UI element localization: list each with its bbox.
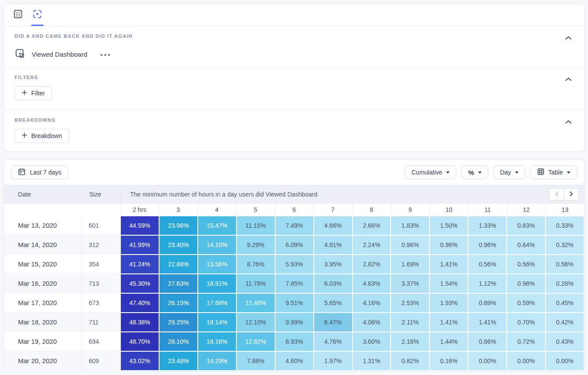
- chart-mode-dropdown[interactable]: Cumulative: [405, 165, 456, 179]
- heatmap-cell[interactable]: 13.56%: [198, 255, 236, 274]
- heatmap-cell[interactable]: 44.59%: [120, 216, 159, 235]
- heatmap-cell[interactable]: 0.89%: [468, 293, 507, 313]
- heatmap-cell[interactable]: 17.68%: [198, 293, 236, 313]
- heatmap-cell[interactable]: 0.86%: [468, 332, 507, 351]
- heatmap-cell[interactable]: 4.81%: [314, 235, 352, 255]
- heatmap-cell[interactable]: 5.93%: [275, 255, 314, 274]
- heatmap-cell[interactable]: 0.00%: [545, 351, 584, 371]
- pager-next-button[interactable]: [564, 188, 579, 200]
- heatmap-cell[interactable]: 1.44%: [429, 332, 468, 351]
- heatmap-cell[interactable]: 8.76%: [236, 255, 275, 274]
- step-collapse-button[interactable]: [563, 32, 574, 44]
- tab-focus[interactable]: [30, 4, 44, 25]
- heatmap-cell[interactable]: 12.48%: [236, 293, 275, 313]
- heatmap-cell[interactable]: 0.82%: [391, 351, 429, 371]
- heatmap-cell[interactable]: 28.10%: [159, 332, 198, 351]
- heatmap-cell[interactable]: 0.56%: [507, 255, 545, 274]
- interval-dropdown[interactable]: Day: [494, 165, 525, 179]
- heatmap-cell[interactable]: 0.16%: [429, 351, 468, 371]
- heatmap-cell[interactable]: 43.02%: [120, 351, 159, 371]
- heatmap-cell[interactable]: 0.00%: [507, 351, 545, 371]
- heatmap-cell[interactable]: 6.47%: [314, 313, 352, 332]
- heatmap-cell[interactable]: 9.51%: [275, 293, 314, 313]
- heatmap-cell[interactable]: 0.45%: [545, 293, 584, 313]
- heatmap-cell[interactable]: 18.16%: [198, 332, 236, 351]
- heatmap-cell[interactable]: 5.65%: [314, 293, 352, 313]
- heatmap-cell[interactable]: 0.28%: [545, 274, 584, 293]
- heatmap-cell[interactable]: 4.76%: [314, 332, 352, 351]
- heatmap-cell[interactable]: 0.96%: [468, 235, 507, 255]
- heatmap-cell[interactable]: 4.08%: [352, 313, 391, 332]
- heatmap-cell[interactable]: 0.59%: [507, 293, 545, 313]
- heatmap-cell[interactable]: 9.29%: [236, 235, 275, 255]
- heatmap-cell[interactable]: 0.00%: [468, 351, 507, 371]
- heatmap-cell[interactable]: 0.56%: [545, 255, 584, 274]
- heatmap-cell[interactable]: 2.24%: [352, 235, 391, 255]
- heatmap-cell[interactable]: 12.10%: [236, 313, 275, 332]
- heatmap-cell[interactable]: 22.88%: [159, 255, 198, 274]
- heatmap-cell[interactable]: 6.09%: [275, 235, 314, 255]
- heatmap-cell[interactable]: 1.33%: [468, 216, 507, 235]
- heatmap-cell[interactable]: 1.69%: [391, 255, 429, 274]
- heatmap-cell[interactable]: 1.41%: [429, 255, 468, 274]
- heatmap-cell[interactable]: 3.95%: [314, 255, 352, 274]
- heatmap-cell[interactable]: 23.48%: [159, 351, 198, 371]
- heatmap-cell[interactable]: 41.99%: [120, 235, 159, 255]
- heatmap-cell[interactable]: 29.25%: [159, 313, 198, 332]
- heatmap-cell[interactable]: 0.42%: [545, 313, 584, 332]
- heatmap-cell[interactable]: 23.40%: [159, 235, 198, 255]
- heatmap-cell[interactable]: 8.93%: [275, 332, 314, 351]
- heatmap-cell[interactable]: 0.83%: [507, 216, 545, 235]
- heatmap-cell[interactable]: 1.97%: [314, 351, 352, 371]
- heatmap-cell[interactable]: 1.31%: [352, 351, 391, 371]
- heatmap-cell[interactable]: 45.30%: [120, 274, 159, 293]
- heatmap-cell[interactable]: 0.96%: [429, 235, 468, 255]
- heatmap-cell[interactable]: 47.40%: [120, 293, 159, 313]
- heatmap-cell[interactable]: 14.10%: [198, 235, 236, 255]
- heatmap-cell[interactable]: 48.70%: [120, 332, 159, 351]
- add-filter-button[interactable]: Filter: [15, 86, 52, 100]
- heatmap-cell[interactable]: 4.63%: [352, 274, 391, 293]
- filters-collapse-button[interactable]: [563, 73, 574, 85]
- heatmap-cell[interactable]: 1.93%: [429, 293, 468, 313]
- heatmap-cell[interactable]: 0.98%: [507, 274, 545, 293]
- heatmap-cell[interactable]: 0.33%: [545, 216, 584, 235]
- heatmap-cell[interactable]: 0.72%: [507, 332, 545, 351]
- heatmap-cell[interactable]: 23.96%: [159, 216, 198, 235]
- heatmap-cell[interactable]: 18.51%: [198, 274, 236, 293]
- heatmap-cell[interactable]: 3.60%: [352, 332, 391, 351]
- tab-board[interactable]: [11, 4, 25, 25]
- heatmap-cell[interactable]: 1.50%: [429, 216, 468, 235]
- heatmap-cell[interactable]: 18.14%: [198, 313, 236, 332]
- heatmap-cell[interactable]: 11.15%: [236, 216, 275, 235]
- heatmap-cell[interactable]: 14.29%: [198, 351, 236, 371]
- heatmap-cell[interactable]: 15.47%: [198, 216, 236, 235]
- add-breakdown-button[interactable]: Breakdown: [15, 129, 69, 143]
- heatmap-cell[interactable]: 3.37%: [391, 274, 429, 293]
- heatmap-cell[interactable]: 41.24%: [120, 255, 159, 274]
- heatmap-cell[interactable]: 0.56%: [468, 255, 507, 274]
- heatmap-cell[interactable]: 2.11%: [391, 313, 429, 332]
- breakdowns-collapse-button[interactable]: [563, 116, 574, 128]
- heatmap-cell[interactable]: 1.83%: [391, 216, 429, 235]
- heatmap-cell[interactable]: 0.43%: [545, 332, 584, 351]
- heatmap-cell[interactable]: 9.99%: [275, 313, 314, 332]
- heatmap-cell[interactable]: 2.66%: [352, 216, 391, 235]
- heatmap-cell[interactable]: 0.64%: [507, 235, 545, 255]
- heatmap-cell[interactable]: 4.60%: [275, 351, 314, 371]
- heatmap-cell[interactable]: 7.88%: [236, 351, 275, 371]
- heatmap-cell[interactable]: 1.41%: [429, 313, 468, 332]
- event-row[interactable]: Viewed Dashboard: [15, 48, 573, 60]
- pager-prev-button[interactable]: [549, 188, 564, 200]
- heatmap-cell[interactable]: 12.82%: [236, 332, 275, 351]
- heatmap-cell[interactable]: 2.82%: [352, 255, 391, 274]
- heatmap-cell[interactable]: 27.63%: [159, 274, 198, 293]
- view-type-dropdown[interactable]: Table: [530, 165, 577, 179]
- heatmap-cell[interactable]: 4.66%: [314, 216, 352, 235]
- heatmap-cell[interactable]: 0.32%: [545, 235, 584, 255]
- heatmap-cell[interactable]: 2.16%: [391, 332, 429, 351]
- heatmap-cell[interactable]: 7.85%: [275, 274, 314, 293]
- date-range-button[interactable]: Last 7 days: [11, 165, 68, 179]
- heatmap-cell[interactable]: 0.96%: [391, 235, 429, 255]
- heatmap-cell[interactable]: 1.54%: [429, 274, 468, 293]
